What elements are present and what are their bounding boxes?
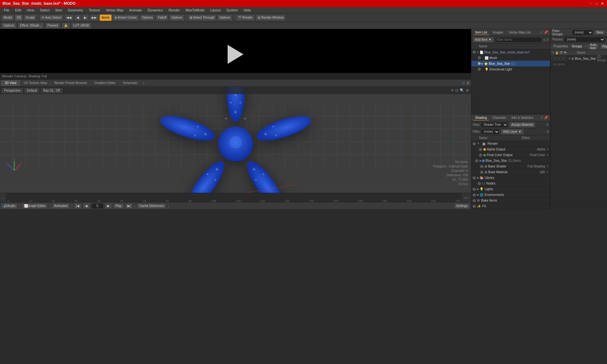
filter-s-btn[interactable]: S xyxy=(543,38,545,42)
options-1-btn[interactable]: Options xyxy=(140,15,155,21)
vis-icon[interactable] xyxy=(473,188,476,191)
effect-btn[interactable]: Effect: (Shadi... xyxy=(18,22,44,29)
play-icon[interactable] xyxy=(228,45,243,64)
render-window-btn[interactable]: ⊞ Render Window xyxy=(255,15,286,21)
tab-channels[interactable]: Channels xyxy=(491,115,508,120)
items-btn[interactable]: Items xyxy=(100,15,112,21)
tab-schematic[interactable]: Schematic xyxy=(120,80,141,86)
zoom-icon[interactable]: 🔍 xyxy=(460,88,464,93)
menu-select[interactable]: Select xyxy=(37,8,52,13)
graph-editor-btn[interactable]: 📈 Graph Editor xyxy=(22,203,48,209)
vis-icon[interactable] xyxy=(480,165,483,168)
auto-select-btn[interactable]: ⟳ Auto Select xyxy=(40,15,63,21)
expand-icon[interactable]: ⤢ xyxy=(540,30,543,34)
default-label[interactable]: Default xyxy=(25,88,39,93)
view-select[interactable]: Shader Tree xyxy=(481,122,508,128)
vis-icon[interactable] xyxy=(479,154,482,157)
sh-base-material[interactable]: Base Material (all) ▼ xyxy=(471,169,550,175)
tab-properties[interactable]: Properties xyxy=(552,44,569,49)
tab-item-list[interactable]: Item List xyxy=(473,30,489,35)
menu-view[interactable]: View xyxy=(24,8,37,13)
menu-texture[interactable]: Texture xyxy=(86,8,103,13)
tree-item-directional-light[interactable]: 💡 Directional Light xyxy=(471,66,550,72)
audio-btn[interactable]: 🔊 Audio xyxy=(1,203,18,209)
add-layer-btn[interactable]: Add Layer ▼ xyxy=(501,129,524,135)
menu-file[interactable]: File xyxy=(1,8,12,13)
tab-3d-view[interactable]: 3D View xyxy=(1,80,20,86)
menu-vertex-map[interactable]: Vertex Map xyxy=(103,8,126,13)
lock-btn[interactable]: 🔒 xyxy=(62,22,70,29)
select-through-btn[interactable]: ⊠ Select Through xyxy=(187,15,217,21)
passes-select[interactable]: (none) xyxy=(564,37,605,42)
nav-btn-2[interactable]: ◀ xyxy=(74,15,81,21)
group-cam-check[interactable] xyxy=(563,57,566,60)
filter-f-btn[interactable]: F xyxy=(547,38,549,42)
group-render-check[interactable] xyxy=(559,57,562,60)
sh-nodes[interactable]: ⬡ Nodes xyxy=(471,181,550,186)
vis-icon[interactable] xyxy=(473,193,476,197)
menu-animate[interactable]: Animate xyxy=(126,8,144,13)
vis-icon[interactable] xyxy=(473,199,476,202)
nav-btn-1[interactable]: ◀◀ xyxy=(64,15,74,21)
vis-icon[interactable] xyxy=(473,142,476,145)
action-center-btn[interactable]: ⊕ Action Center xyxy=(112,15,139,21)
filter-select[interactable]: (none) xyxy=(481,129,500,135)
vis-icon[interactable] xyxy=(478,182,481,185)
menu-maxtomodo[interactable]: MaxToModo xyxy=(183,8,207,13)
minimize-btn[interactable]: ─ xyxy=(589,1,593,6)
vis-icon[interactable] xyxy=(480,171,483,174)
new-group-btn[interactable]: New xyxy=(594,30,605,35)
settings-btn[interactable]: Settings xyxy=(454,203,470,209)
lut-btn[interactable]: LUT: sRGB xyxy=(71,22,91,29)
vis-icon[interactable] xyxy=(478,62,481,65)
3d-viewport[interactable]: Perspective Default Ray GL: Off ⟳ ⊡ 🔍 ⚙ xyxy=(0,87,471,193)
menu-render[interactable]: Render xyxy=(166,8,182,13)
nav-btn-3[interactable]: ▶ xyxy=(82,15,89,21)
options-3-btn[interactable]: Options xyxy=(217,15,232,21)
prev-key-btn[interactable]: |◀ xyxy=(74,203,82,209)
vis-icon[interactable] xyxy=(473,176,476,179)
tab-add-btn[interactable]: + xyxy=(585,45,586,48)
sh-lights[interactable]: ▶ 💡 Lights xyxy=(471,186,550,192)
menu-layout[interactable]: Layout xyxy=(208,8,223,13)
group-lock-check[interactable] xyxy=(555,57,559,60)
play-label-btn[interactable]: Play xyxy=(113,203,124,209)
sh-environments[interactable]: ▶ 🌐 Environments xyxy=(471,192,550,198)
vis-icon[interactable] xyxy=(473,205,476,208)
assign-material-btn[interactable]: Assign Material xyxy=(509,122,535,128)
menu-system[interactable]: System xyxy=(224,8,241,13)
vis-icon[interactable] xyxy=(479,148,482,151)
sh-render[interactable]: ▼ ▣ Render xyxy=(471,141,550,147)
tree-item-root[interactable]: ▼ 📄 Blue_Sea_Star_modo_base.lxo* xyxy=(471,49,550,55)
vis-icon[interactable] xyxy=(478,68,481,71)
menu-edit[interactable]: Edit xyxy=(13,8,24,13)
sh-base-shader[interactable]: Base Shader Full Shading ▼ xyxy=(471,164,550,169)
filter-s-btn[interactable]: S xyxy=(547,130,549,134)
frame-icon[interactable]: ⊡ xyxy=(455,88,458,93)
menu-help[interactable]: Help xyxy=(241,8,254,13)
tab-add-btn[interactable]: + xyxy=(142,81,146,85)
falloff-btn[interactable]: Falloff xyxy=(156,15,169,21)
gear-icon[interactable]: ⚙ xyxy=(466,81,470,85)
tab-info-stats[interactable]: Info & Statistics xyxy=(510,115,535,120)
add-item-btn[interactable]: Add Item ▼ xyxy=(473,37,494,43)
nav-btn-4[interactable]: ▶▶ xyxy=(89,15,99,21)
pass-groups-select[interactable]: (none) xyxy=(572,30,593,35)
assign-f-btn[interactable]: F xyxy=(547,123,549,127)
render-btn[interactable]: 🎬 Render xyxy=(236,15,255,21)
group-item-blue-sea-star[interactable]: ▼ ⊞ Blue_Sea_Star (3) : Group xyxy=(550,56,607,61)
next-key-btn[interactable]: ▶| xyxy=(125,203,133,209)
close-btn[interactable]: ✕ xyxy=(600,1,604,6)
sh-final-color[interactable]: Final Color Output Final Color ▼ xyxy=(471,152,550,158)
expand-icon[interactable]: ⤢ xyxy=(540,116,543,120)
time-display[interactable]: 0 xyxy=(91,203,104,209)
tab-shading[interactable]: Shading xyxy=(473,115,489,120)
timeline-ruler[interactable]: 0 12 24 36 48 60 72 84 96 108 120 132 14… xyxy=(6,193,462,203)
play-btn[interactable]: ▶ xyxy=(105,203,112,209)
apply-btn[interactable]: Apply xyxy=(600,44,607,49)
tab-images[interactable]: Images xyxy=(491,30,505,35)
vis-icon[interactable] xyxy=(478,56,481,59)
auto-add-btn[interactable]: Auto Add xyxy=(588,44,599,49)
options-btn[interactable]: Options xyxy=(1,22,16,29)
reset-view-icon[interactable]: ⟳ xyxy=(451,88,454,93)
